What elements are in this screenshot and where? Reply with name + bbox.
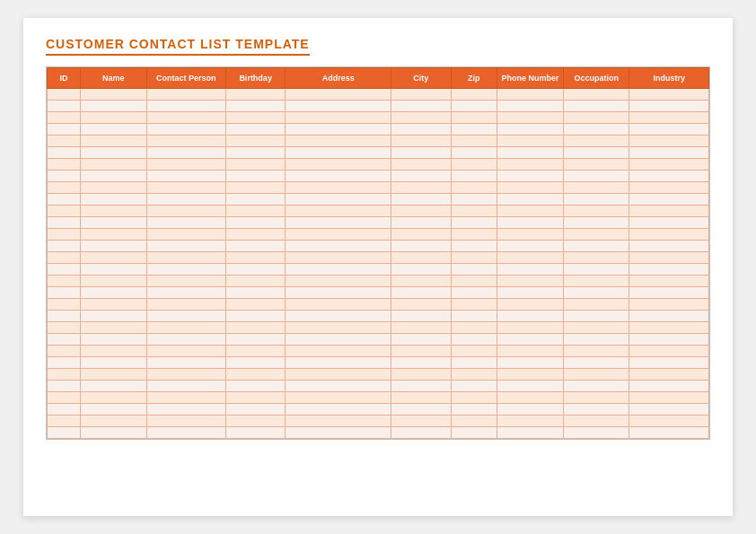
cell-city[interactable]	[391, 124, 451, 136]
cell-id[interactable]	[48, 217, 81, 229]
cell-address[interactable]	[286, 392, 391, 404]
cell-industry[interactable]	[629, 346, 709, 357]
cell-id[interactable]	[48, 381, 81, 392]
cell-occupation[interactable]	[563, 182, 629, 194]
cell-name[interactable]	[80, 381, 146, 392]
cell-occupation[interactable]	[563, 147, 629, 159]
cell-occupation[interactable]	[563, 392, 629, 404]
cell-phone_number[interactable]	[497, 346, 564, 357]
cell-zip[interactable]	[451, 369, 497, 381]
cell-phone_number[interactable]	[497, 276, 564, 287]
cell-phone_number[interactable]	[497, 124, 564, 136]
cell-city[interactable]	[391, 346, 451, 357]
cell-contact_person[interactable]	[146, 112, 225, 124]
cell-name[interactable]	[80, 241, 146, 252]
cell-contact_person[interactable]	[146, 381, 225, 392]
cell-name[interactable]	[80, 404, 146, 416]
cell-name[interactable]	[80, 276, 146, 287]
cell-id[interactable]	[48, 276, 81, 287]
cell-name[interactable]	[80, 229, 146, 241]
cell-city[interactable]	[391, 147, 451, 159]
cell-birthday[interactable]	[225, 147, 285, 159]
cell-city[interactable]	[391, 427, 451, 439]
cell-birthday[interactable]	[225, 357, 285, 369]
cell-birthday[interactable]	[225, 427, 285, 439]
cell-occupation[interactable]	[563, 346, 629, 357]
cell-zip[interactable]	[451, 346, 497, 357]
cell-occupation[interactable]	[563, 427, 629, 439]
cell-occupation[interactable]	[563, 311, 629, 322]
cell-zip[interactable]	[451, 217, 497, 229]
cell-name[interactable]	[80, 159, 146, 171]
cell-name[interactable]	[80, 194, 146, 206]
cell-industry[interactable]	[629, 416, 709, 427]
cell-industry[interactable]	[629, 229, 709, 241]
cell-contact_person[interactable]	[146, 392, 225, 404]
cell-industry[interactable]	[629, 147, 709, 159]
cell-id[interactable]	[48, 416, 81, 427]
cell-phone_number[interactable]	[497, 427, 564, 439]
cell-name[interactable]	[80, 171, 146, 182]
cell-name[interactable]	[80, 89, 146, 101]
cell-industry[interactable]	[629, 276, 709, 287]
cell-id[interactable]	[48, 299, 81, 311]
cell-id[interactable]	[48, 311, 81, 322]
cell-city[interactable]	[391, 276, 451, 287]
cell-id[interactable]	[48, 369, 81, 381]
cell-phone_number[interactable]	[497, 322, 564, 334]
cell-zip[interactable]	[451, 112, 497, 124]
cell-name[interactable]	[80, 427, 146, 439]
cell-phone_number[interactable]	[497, 287, 564, 299]
cell-zip[interactable]	[451, 194, 497, 206]
cell-city[interactable]	[391, 322, 451, 334]
cell-zip[interactable]	[451, 159, 497, 171]
cell-contact_person[interactable]	[146, 322, 225, 334]
cell-zip[interactable]	[451, 392, 497, 404]
cell-phone_number[interactable]	[497, 311, 564, 322]
cell-city[interactable]	[391, 229, 451, 241]
cell-contact_person[interactable]	[146, 89, 225, 101]
cell-industry[interactable]	[629, 194, 709, 206]
cell-zip[interactable]	[451, 299, 497, 311]
cell-address[interactable]	[286, 241, 391, 252]
cell-address[interactable]	[286, 217, 391, 229]
cell-address[interactable]	[286, 124, 391, 136]
cell-contact_person[interactable]	[146, 346, 225, 357]
cell-id[interactable]	[48, 171, 81, 182]
cell-address[interactable]	[286, 299, 391, 311]
cell-birthday[interactable]	[225, 124, 285, 136]
cell-contact_person[interactable]	[146, 311, 225, 322]
cell-id[interactable]	[48, 182, 81, 194]
cell-city[interactable]	[391, 89, 451, 101]
cell-address[interactable]	[286, 381, 391, 392]
cell-phone_number[interactable]	[497, 194, 564, 206]
cell-name[interactable]	[80, 112, 146, 124]
cell-contact_person[interactable]	[146, 206, 225, 217]
cell-phone_number[interactable]	[497, 229, 564, 241]
cell-industry[interactable]	[629, 252, 709, 264]
cell-name[interactable]	[80, 287, 146, 299]
cell-address[interactable]	[286, 252, 391, 264]
cell-birthday[interactable]	[225, 276, 285, 287]
cell-industry[interactable]	[629, 287, 709, 299]
cell-id[interactable]	[48, 346, 81, 357]
cell-birthday[interactable]	[225, 404, 285, 416]
cell-zip[interactable]	[451, 427, 497, 439]
cell-contact_person[interactable]	[146, 182, 225, 194]
cell-name[interactable]	[80, 264, 146, 276]
cell-phone_number[interactable]	[497, 112, 564, 124]
cell-contact_person[interactable]	[146, 427, 225, 439]
cell-contact_person[interactable]	[146, 229, 225, 241]
cell-name[interactable]	[80, 322, 146, 334]
cell-phone_number[interactable]	[497, 264, 564, 276]
cell-contact_person[interactable]	[146, 404, 225, 416]
cell-city[interactable]	[391, 171, 451, 182]
cell-contact_person[interactable]	[146, 217, 225, 229]
cell-birthday[interactable]	[225, 136, 285, 147]
cell-industry[interactable]	[629, 124, 709, 136]
cell-birthday[interactable]	[225, 299, 285, 311]
cell-id[interactable]	[48, 194, 81, 206]
cell-industry[interactable]	[629, 89, 709, 101]
cell-phone_number[interactable]	[497, 252, 564, 264]
cell-birthday[interactable]	[225, 229, 285, 241]
